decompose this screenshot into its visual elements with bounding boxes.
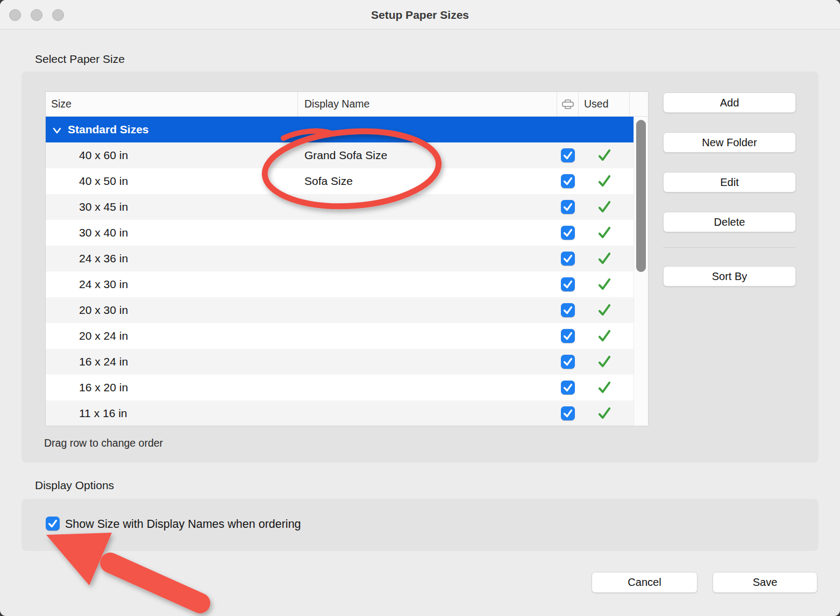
display-name-cell (298, 246, 557, 271)
print-checkbox[interactable] (561, 381, 575, 395)
print-cell (557, 220, 579, 246)
display-name-cell: Sofa Size (298, 168, 557, 194)
size-cell: 11 x 16 in (46, 400, 298, 426)
display-name-cell (298, 323, 557, 349)
size-cell: 20 x 24 in (46, 323, 298, 349)
checkmark-icon (561, 381, 575, 395)
cancel-button[interactable]: Cancel (592, 572, 697, 593)
print-cell (557, 375, 579, 400)
save-button[interactable]: Save (713, 572, 817, 593)
display-name-cell (298, 271, 557, 297)
used-check-icon (597, 200, 611, 214)
column-header-size[interactable]: Size (46, 92, 298, 116)
table-row[interactable]: 20 x 30 in (46, 297, 648, 323)
size-cell: 16 x 24 in (46, 349, 298, 375)
table-row[interactable]: 24 x 36 in (46, 246, 648, 271)
show-size-checkbox-label[interactable]: Show Size with Display Names when orderi… (65, 517, 301, 532)
drag-order-hint: Drag row to change order (44, 437, 163, 449)
print-checkbox[interactable] (561, 406, 575, 420)
select-paper-size-heading: Select Paper Size (35, 53, 125, 66)
print-checkbox[interactable] (561, 329, 575, 343)
checkmark-icon (561, 174, 575, 188)
used-cell (579, 194, 630, 220)
display-name-cell (298, 220, 557, 246)
used-check-icon (597, 277, 611, 291)
column-header-spacer (630, 92, 648, 116)
used-cell (579, 168, 630, 194)
table-row[interactable]: 40 x 60 in Grand Sofa Size (46, 142, 648, 168)
print-checkbox[interactable] (561, 226, 575, 240)
display-name-cell (298, 194, 557, 220)
used-check-icon (597, 406, 611, 420)
used-cell (579, 323, 630, 349)
used-cell (579, 375, 630, 400)
checkmark-icon (561, 329, 575, 343)
sort-by-button[interactable]: Sort By (663, 266, 796, 286)
table-header-row: Size Display Name Used (46, 92, 648, 117)
size-cell: 24 x 30 in (46, 271, 298, 297)
checkmark-icon (561, 355, 575, 369)
column-header-used[interactable]: Used (579, 92, 630, 116)
display-name-cell (298, 400, 557, 426)
display-name-cell: Grand Sofa Size (298, 142, 557, 168)
table-row[interactable]: 16 x 20 in (46, 375, 648, 400)
table-body: 40 x 60 in Grand Sofa Size 40 x 50 in So… (46, 142, 648, 426)
print-cell (557, 297, 579, 323)
size-cell: 30 x 40 in (46, 220, 298, 246)
used-cell (579, 220, 630, 246)
print-cell (557, 400, 579, 426)
size-cell: 40 x 60 in (46, 142, 298, 168)
table-row[interactable]: 30 x 45 in (46, 194, 648, 220)
checkmark-icon (561, 148, 575, 162)
print-checkbox[interactable] (561, 252, 575, 266)
chevron-down-icon (52, 127, 62, 134)
print-checkbox[interactable] (561, 277, 575, 291)
size-cell: 30 x 45 in (46, 194, 298, 220)
used-check-icon (597, 226, 611, 240)
used-check-icon (597, 148, 611, 162)
display-name-cell (298, 349, 557, 375)
delete-button[interactable]: Delete (663, 212, 796, 232)
column-header-print[interactable] (557, 92, 579, 116)
print-cell (557, 194, 579, 220)
new-folder-button[interactable]: New Folder (663, 132, 796, 153)
checkmark-icon (561, 303, 575, 317)
table-row[interactable]: 16 x 24 in (46, 349, 648, 375)
edit-button[interactable]: Edit (663, 172, 796, 192)
size-cell: 24 x 36 in (46, 246, 298, 271)
print-checkbox[interactable] (561, 303, 575, 317)
group-row-label: Standard Sizes (68, 123, 149, 136)
column-header-display-name[interactable]: Display Name (298, 92, 557, 116)
action-buttons-divider (663, 247, 796, 248)
print-checkbox[interactable] (561, 174, 575, 188)
print-cell (557, 142, 579, 168)
used-check-icon (597, 329, 611, 343)
used-cell (579, 271, 630, 297)
checkmark-icon (561, 252, 575, 266)
scrollbar-thumb[interactable] (636, 120, 646, 272)
print-cell (557, 246, 579, 271)
size-cell: 20 x 30 in (46, 297, 298, 323)
table-row[interactable]: 20 x 24 in (46, 323, 648, 349)
print-checkbox[interactable] (561, 200, 575, 214)
display-options-heading: Display Options (35, 479, 114, 492)
print-cell (557, 323, 579, 349)
add-button[interactable]: Add (663, 92, 796, 113)
table-row[interactable]: 11 x 16 in (46, 400, 648, 426)
print-checkbox[interactable] (561, 148, 575, 162)
paper-size-table: Size Display Name Used Standard Sizes 40… (45, 91, 649, 426)
table-row[interactable]: 40 x 50 in Sofa Size (46, 168, 648, 194)
checkmark-icon (561, 200, 575, 214)
size-cell: 40 x 50 in (46, 168, 298, 194)
print-cell (557, 349, 579, 375)
print-checkbox[interactable] (561, 355, 575, 369)
used-check-icon (597, 355, 611, 369)
group-row-standard-sizes[interactable]: Standard Sizes (46, 117, 648, 142)
table-scrollbar[interactable] (633, 117, 648, 426)
show-size-checkbox[interactable] (46, 517, 60, 531)
table-row[interactable]: 30 x 40 in (46, 220, 648, 246)
checkmark-icon (561, 277, 575, 291)
table-row[interactable]: 24 x 30 in (46, 271, 648, 297)
used-check-icon (597, 381, 611, 395)
used-check-icon (597, 252, 611, 266)
